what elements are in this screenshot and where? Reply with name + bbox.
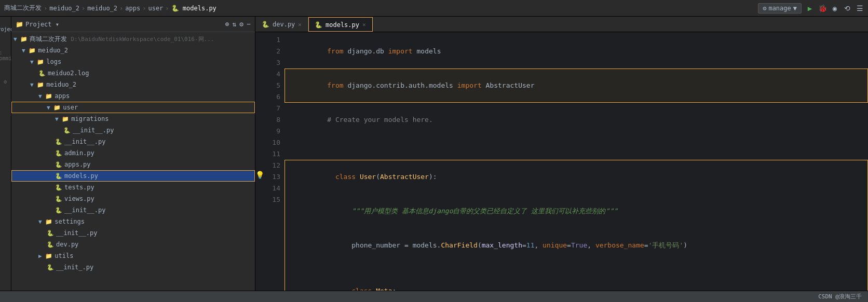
kw-from-1: from: [327, 47, 347, 55]
tree-item-root[interactable]: ▼ 📁 商城二次开发 D:\BaiduNetdiskWorkspace\code…: [11, 33, 255, 45]
code-container[interactable]: 💡 1 2 3 4 5 6 7 8 9 10 11 12 13 14 15: [255, 32, 868, 291]
tree-item-meiduo2[interactable]: ▼ 📁 meiduo_2: [11, 45, 255, 56]
tree-item-utils[interactable]: ▶ 📁 utils: [11, 250, 255, 262]
tabs-bar: 🐍 dev.py ✕ 🐍 models.py ✕: [255, 17, 868, 32]
class-block: class User(AbstractUser): """用户模型类 基本信息d…: [284, 160, 868, 291]
tree-item-apps-py[interactable]: 🐍 apps.py: [11, 159, 255, 170]
cls-user: User: [360, 173, 376, 181]
tree-item-tests[interactable]: 🐍 tests.py: [11, 182, 255, 193]
gutter-2: [255, 44, 264, 55]
plain-paren: (: [376, 173, 380, 181]
tree-label-meiduo2-inner: meiduo_2: [46, 81, 76, 88]
tree-item-admin[interactable]: 🐍 admin.py: [11, 147, 255, 159]
tree-item-logs[interactable]: ▼ 📁 logs: [11, 56, 255, 67]
line-num-14: 14: [264, 183, 280, 194]
gutter-9: [255, 123, 264, 135]
folder-open-icon-user: ▼ 📁: [47, 104, 61, 111]
breadcrumb-sep-5: ›: [165, 5, 169, 12]
breadcrumb-item-5[interactable]: user: [148, 5, 163, 12]
tab-dev-label: dev.py: [273, 21, 295, 28]
comment-3: # Create your models here.: [327, 116, 433, 123]
close-panel-icon[interactable]: −: [247, 20, 251, 28]
breadcrumb-sep-4: ›: [142, 5, 146, 12]
line-num-5: 5: [264, 80, 280, 91]
search-icon[interactable]: ⟲: [843, 4, 851, 12]
tree-item-user-init[interactable]: 🐍 __init__.py: [11, 136, 255, 147]
gutter-4: [255, 66, 264, 78]
line-num-7: 7: [264, 103, 280, 114]
code-lines[interactable]: from django.db import models from django…: [284, 32, 868, 291]
folder-icon-utils: ▶ 📁: [38, 253, 52, 259]
structure-icon[interactable]: ⚙: [4, 79, 7, 85]
folder-open-icon-logs: ▼ 📁: [30, 59, 44, 65]
profile-icon[interactable]: ◉: [831, 4, 839, 12]
gutter-10: [255, 135, 264, 146]
py-icon-tests: 🐍: [55, 184, 62, 191]
tab-models[interactable]: 🐍 models.py ✕: [308, 17, 373, 32]
debug-icon[interactable]: 🐞: [818, 4, 826, 12]
settings-icon[interactable]: ☰: [856, 4, 864, 12]
line-num-2: 2: [264, 46, 280, 57]
tree-item-utils-init[interactable]: 🐍 __init_.py: [11, 262, 255, 273]
code-line-10: class Meta:: [284, 274, 868, 291]
plain-abstractuser-import: AbstractUser: [486, 81, 535, 89]
gutter: 💡: [255, 32, 264, 291]
line-num-12: 12: [264, 160, 280, 171]
gutter-11: [255, 146, 264, 158]
code-line-5: [284, 148, 868, 160]
gutter-12: [255, 158, 264, 169]
add-file-icon[interactable]: ⊕: [225, 20, 229, 28]
line-num-15: 15: [264, 194, 280, 205]
main-layout: 1:Project 0:Commit ⚙ 📁 Project ▾ ⊕ ⇅ ⚙ −…: [0, 17, 868, 291]
tree-item-migrations-init[interactable]: 🐍 __init__.py: [11, 125, 255, 136]
docstring-7: """用户模型类 基本信息django自带的父类已经自定义了 这里我们可以补充些…: [335, 207, 618, 215]
plain-8a: phone_number = models.: [335, 241, 441, 249]
tree-label-apps-init: __init__.py: [64, 207, 105, 214]
line-num-1: 1: [264, 34, 280, 46]
tree-item-settings-init[interactable]: 🐍 __init__.py: [11, 227, 255, 239]
tab-dev[interactable]: 🐍 dev.py ✕: [255, 17, 308, 32]
tree-item-meiduo2-inner[interactable]: ▼ 📁 meiduo_2: [11, 79, 255, 90]
gutter-7: [255, 101, 264, 112]
bulb-icon[interactable]: 💡: [255, 171, 264, 179]
py-icon-dev: 🐍: [47, 241, 54, 248]
run-icon[interactable]: ▶: [806, 4, 814, 12]
py-icon-apps: 🐍: [55, 161, 62, 168]
line-num-11: 11: [264, 148, 280, 160]
tree-item-settings[interactable]: ▼ 📁 settings: [11, 216, 255, 227]
line-num-13: 13: [264, 171, 280, 183]
py-icon-settings-init: 🐍: [47, 230, 54, 237]
py-icon-admin: 🐍: [55, 150, 62, 157]
tab-dev-close[interactable]: ✕: [298, 21, 302, 28]
tree-label-apps: apps: [55, 92, 70, 100]
tree-item-views[interactable]: 🐍 views.py: [11, 193, 255, 204]
tree-label-models: models.py: [64, 172, 98, 180]
plain-2: django.contrib.auth.models: [347, 81, 457, 89]
manage-icon: ⚙: [763, 5, 766, 12]
tree-item-apps-init[interactable]: 🐍 __init__.py: [11, 204, 255, 216]
plain-8b: (: [478, 241, 482, 249]
gear-icon[interactable]: ⚙: [239, 20, 243, 28]
tree-item-log[interactable]: 🐍 meiduo2.log: [11, 67, 255, 79]
tree-label-migrations: migrations: [71, 115, 108, 122]
tree-item-user[interactable]: ▼ 📁 user: [11, 102, 255, 113]
file-tree: ▼ 📁 商城二次开发 D:\BaiduNetdiskWorkspace\code…: [11, 32, 255, 291]
tree-item-apps[interactable]: ▼ 📁 apps: [11, 90, 255, 102]
gutter-13: 💡: [255, 169, 264, 181]
manage-button[interactable]: ⚙ manage ▼: [758, 3, 802, 13]
tree-item-migrations[interactable]: ▼ 📁 migrations: [11, 113, 255, 125]
breadcrumb-item-1[interactable]: 商城二次开发: [4, 4, 42, 12]
breadcrumb-item-6[interactable]: 🐍 models.py: [171, 5, 216, 12]
gutter-6: [255, 89, 264, 101]
tree-label-log: meiduo2.log: [48, 70, 89, 77]
breadcrumb-item-4[interactable]: apps: [125, 5, 140, 12]
tab-models-close[interactable]: ✕: [362, 21, 366, 28]
line-num-8: 8: [264, 114, 280, 126]
breadcrumb-item-3[interactable]: meiduo_2: [87, 5, 117, 12]
breadcrumb-item-2[interactable]: meiduo_2: [49, 5, 79, 12]
scroll-icon[interactable]: ⇅: [233, 20, 237, 28]
tree-item-dev[interactable]: 🐍 dev.py: [11, 239, 255, 250]
folder-icon: 📁: [16, 21, 23, 28]
kw-import-1: import: [388, 47, 417, 55]
tree-item-models[interactable]: 🐍 models.py: [11, 170, 255, 182]
